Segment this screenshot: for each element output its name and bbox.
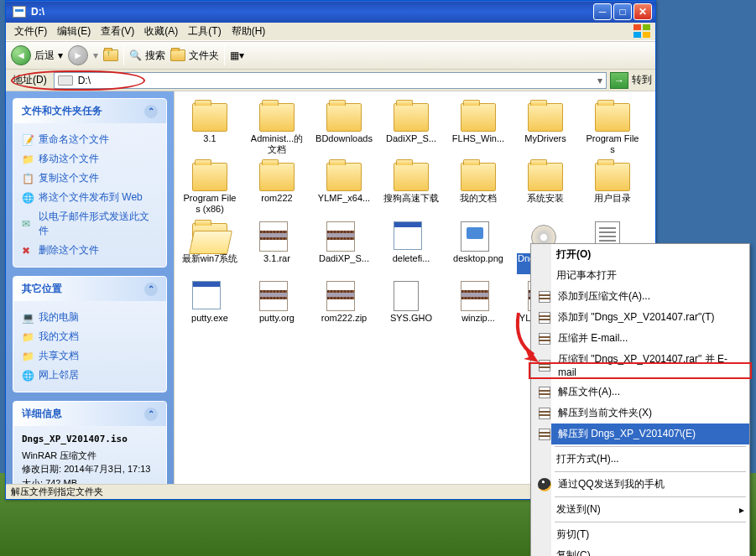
file-label: rom222.zip — [321, 313, 367, 324]
menu-extract-to[interactable]: 解压到 Dngs_XP_V201407\(E) — [551, 423, 749, 444]
task-item[interactable]: 🌐将这个文件发布到 Web — [22, 188, 158, 207]
maximize-button[interactable]: □ — [613, 3, 632, 20]
dropdown-icon[interactable]: ▾ — [597, 75, 602, 86]
task-icon: 📋 — [22, 173, 34, 184]
menu-file[interactable]: 文件(F) — [9, 23, 52, 40]
place-icon: 📁 — [22, 331, 34, 343]
place-item[interactable]: 🌐网上邻居 — [22, 366, 158, 385]
submenu-arrow-icon: ▸ — [739, 504, 744, 516]
file-item[interactable]: 系统安装 — [515, 159, 576, 216]
annotation-arrow — [510, 309, 550, 370]
file-item[interactable]: FLHS_Win... — [448, 100, 508, 156]
minimize-button[interactable]: ─ — [593, 3, 612, 20]
file-item[interactable]: putty.org — [247, 279, 307, 325]
file-item[interactable]: MyDrivers — [515, 100, 576, 156]
task-icon: 📁 — [22, 153, 34, 165]
file-item[interactable]: SYS.GHO — [381, 279, 441, 325]
file-item[interactable]: 搜狗高速下载 — [381, 159, 441, 216]
dropdown-icon[interactable]: ▾ — [93, 49, 98, 61]
places-header[interactable]: 其它位置 ⌃ — [13, 277, 166, 301]
collapse-icon[interactable]: ⌃ — [144, 283, 158, 296]
file-item[interactable]: 最新win7系统 — [180, 220, 240, 276]
file-item[interactable]: Program Files (x86) — [180, 159, 240, 216]
file-icon — [326, 161, 362, 191]
menu-copy[interactable]: 复制(C) — [551, 545, 749, 556]
search-button[interactable]: 🔍 搜索 — [129, 49, 165, 63]
menu-help[interactable]: 帮助(H) — [227, 23, 271, 40]
dropdown-icon[interactable]: ▾ — [58, 49, 63, 61]
file-icon — [528, 101, 563, 132]
file-item[interactable]: 用户目录 — [582, 159, 643, 216]
details-header[interactable]: 详细信息 ⌃ — [13, 402, 166, 426]
file-item[interactable]: YLMF_x64... — [314, 159, 374, 216]
file-item[interactable]: desktop.png — [448, 220, 508, 276]
file-item[interactable]: deletefi... — [381, 220, 441, 276]
file-icon — [461, 221, 496, 252]
back-button[interactable]: ◄ 后退 ▾ — [11, 45, 63, 65]
address-input[interactable]: D:\ ▾ — [54, 72, 607, 89]
window-title: D:\ — [31, 6, 44, 18]
file-label: Program Files — [584, 133, 641, 154]
file-item[interactable]: Program Files — [582, 100, 643, 156]
file-item[interactable]: rom222.zip — [314, 279, 374, 325]
views-button[interactable]: ▦▾ — [230, 49, 244, 61]
menu-add-to[interactable]: 添加到 "Dngs_XP_V201407.rar"(T) — [551, 307, 749, 328]
menu-compress-email[interactable]: 压缩并 E-mail... — [551, 328, 749, 349]
title-bar[interactable]: D:\ ─ □ ✕ — [6, 1, 655, 23]
file-icon — [192, 281, 227, 311]
context-menu: 打开(O) 用记事本打开 添加到压缩文件(A)... 添加到 "Dngs_XP_… — [530, 243, 750, 556]
separator — [555, 446, 746, 447]
task-item[interactable]: 📋复制这个文件 — [22, 169, 158, 188]
place-icon: 📁 — [22, 351, 34, 362]
up-button[interactable]: ↑ — [103, 49, 118, 61]
back-label: 后退 — [34, 49, 55, 63]
menu-edit[interactable]: 编辑(E) — [52, 23, 96, 40]
file-item[interactable]: 3.1.rar — [247, 220, 307, 276]
close-button[interactable]: ✕ — [633, 3, 652, 20]
task-item[interactable]: 📝重命名这个文件 — [22, 130, 158, 149]
menu-add-archive[interactable]: 添加到压缩文件(A)... — [551, 286, 749, 307]
file-item[interactable]: putty.exe — [180, 279, 240, 325]
file-item[interactable]: rom222 — [247, 159, 307, 216]
menu-open[interactable]: 打开(O) — [551, 244, 749, 265]
file-item[interactable]: DadiXP_S... — [314, 220, 374, 276]
file-label: 我的文档 — [460, 193, 497, 204]
forward-button[interactable]: ► — [68, 45, 88, 65]
menu-tools[interactable]: 工具(T) — [183, 23, 226, 40]
file-label: BDdownloads — [315, 133, 373, 144]
file-icon — [394, 161, 429, 191]
task-item[interactable]: ✉以电子邮件形式发送此文件 — [22, 207, 158, 241]
menu-compress-to-email[interactable]: 压缩到 "Dngs_XP_V201407.rar" 并 E-mail — [551, 349, 749, 382]
menu-view[interactable]: 查看(V) — [96, 23, 139, 40]
file-item[interactable]: winzip... — [448, 279, 508, 325]
file-item[interactable]: 我的文档 — [448, 159, 508, 216]
menu-qq-send[interactable]: 通过QQ发送到我的手机 — [551, 474, 749, 495]
file-item[interactable]: BDdownloads — [314, 100, 374, 156]
file-icon — [259, 101, 295, 132]
menu-send-to[interactable]: 发送到(N)▸ — [551, 499, 749, 520]
menu-open-notepad[interactable]: 用记事本打开 — [551, 265, 749, 286]
archive-icon — [538, 290, 551, 304]
place-item[interactable]: 💻我的电脑 — [22, 308, 158, 327]
file-label: 用户目录 — [594, 193, 631, 204]
menu-extract-files[interactable]: 解压文件(A)... — [551, 382, 749, 403]
file-item[interactable]: Administ...的文档 — [247, 100, 307, 156]
place-item[interactable]: 📁共享文档 — [22, 346, 158, 366]
tasks-header[interactable]: 文件和文件夹任务 ⌃ — [13, 99, 166, 123]
svg-rect-3 — [643, 32, 650, 38]
file-item[interactable]: DadiXP_S... — [381, 100, 441, 156]
menu-favorites[interactable]: 收藏(A) — [139, 23, 183, 40]
place-item[interactable]: 📁我的文档 — [22, 327, 158, 346]
menu-cut[interactable]: 剪切(T) — [551, 524, 749, 545]
menu-extract-here[interactable]: 解压到当前文件夹(X) — [551, 403, 749, 423]
file-item[interactable]: 3.1 — [180, 100, 240, 156]
menu-open-with[interactable]: 打开方式(H)... — [551, 449, 749, 470]
collapse-icon[interactable]: ⌃ — [144, 408, 158, 421]
tasks-title: 文件和文件夹任务 — [22, 104, 102, 118]
details-type: WinRAR 压缩文件 — [22, 449, 158, 463]
task-item[interactable]: 📁移动这个文件 — [22, 149, 158, 169]
task-item[interactable]: ✖删除这个文件 — [22, 241, 158, 260]
go-button[interactable]: → — [610, 72, 628, 89]
folders-button[interactable]: 文件夹 — [170, 49, 219, 63]
collapse-icon[interactable]: ⌃ — [144, 105, 158, 118]
